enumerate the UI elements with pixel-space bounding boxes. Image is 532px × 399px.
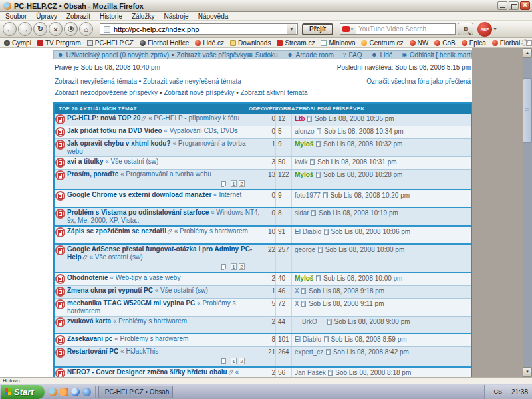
view-link[interactable]: Zobrazit aktivní témata — [240, 89, 307, 96]
vertical-scrollbar[interactable]: ▲ ▼ — [523, 48, 532, 377]
topic-link[interactable]: Restartování PC — [67, 348, 118, 355]
scroll-down-arrow[interactable]: ▼ — [523, 367, 532, 377]
goto-last-post-icon[interactable] — [301, 288, 306, 294]
goto-last-post-icon[interactable] — [301, 301, 306, 307]
last-poster-link[interactable]: El Diablo — [295, 228, 321, 235]
last-poster-link[interactable]: alonzo — [295, 128, 314, 135]
address-bar[interactable]: ▼ — [100, 23, 298, 35]
home-button[interactable]: ⌂ — [79, 22, 93, 36]
bookmark-item[interactable]: Florbal Hořice — [140, 39, 189, 47]
menu-soubor[interactable]: Soubor — [5, 13, 27, 20]
forum-link[interactable]: Vypalování CDs, DVDs — [170, 127, 238, 134]
last-poster-link[interactable]: Myloš — [295, 171, 313, 178]
page-number-link[interactable]: 2 — [239, 263, 245, 270]
restore-button[interactable] — [509, 1, 519, 10]
taskbar-task-button[interactable]: PC-HELP.CZ • Obsah ... — [98, 386, 173, 398]
last-poster-link[interactable]: El Diablo — [295, 336, 321, 343]
adblock-dropdown-arrow[interactable]: ▼ — [493, 27, 497, 31]
goto-last-post-icon[interactable] — [323, 192, 328, 198]
goto-last-post-icon[interactable] — [318, 247, 323, 253]
goto-last-post-icon[interactable] — [311, 210, 316, 216]
user-panel-link[interactable]: Uživatelský panel (0 nových zpráv) — [66, 51, 169, 59]
userbar-link[interactable]: ◉ Odhlásit [ benik.martin ] — [402, 51, 479, 59]
forum-link[interactable]: PC-HELP - připomínky k fóru — [154, 114, 239, 122]
topic-link[interactable]: PC-HELP: nová TOP 20 — [67, 114, 140, 122]
search-go-button[interactable] — [458, 23, 473, 35]
reload-button[interactable]: ↻ — [33, 22, 47, 36]
topic-link[interactable]: avi a titulky — [67, 158, 103, 165]
menu-úpravy[interactable]: Úpravy — [36, 13, 57, 20]
bookmark-item[interactable]: TV Program — [37, 39, 81, 47]
last-poster-link[interactable]: X — [295, 287, 299, 295]
forum-link[interactable]: Internet — [219, 191, 241, 198]
page-number-link[interactable]: 1 — [231, 180, 237, 187]
goggles-icon[interactable] — [60, 388, 68, 396]
last-poster-link[interactable]: Jan Pašek — [295, 369, 326, 376]
bookmark-item[interactable]: Downloads — [230, 39, 271, 47]
view-link[interactable]: Zobrazit vaše nevyřešená témata — [143, 78, 241, 85]
goto-last-post-icon[interactable] — [316, 275, 321, 281]
forum-link[interactable]: Vypalování CDs, DVDs — [67, 376, 136, 377]
adblock-icon[interactable]: ABP — [477, 22, 492, 37]
mark-forums-read-link[interactable]: Označit všechna fóra jako přečtená — [366, 78, 471, 85]
view-link[interactable]: Zobrazit nevyřešená témata — [55, 78, 137, 85]
topic-link[interactable]: Zasekavani pc — [67, 335, 112, 342]
forum-link[interactable]: Vše ostatní (sw) — [95, 253, 143, 261]
goto-last-post-icon[interactable] — [324, 336, 329, 342]
history-button[interactable] — [64, 22, 78, 36]
bookmark-item[interactable]: Lidé.cz — [195, 39, 224, 47]
topic-link[interactable]: Ohodnotenie — [67, 274, 108, 281]
start-button[interactable]: Start — [1, 385, 45, 399]
bookmark-item[interactable]: Gympl — [4, 39, 31, 47]
bookmark-item[interactable]: Stream.cz — [277, 39, 315, 47]
bookmark-item[interactable]: Mininova — [321, 39, 355, 47]
scrollbar-thumb[interactable] — [523, 78, 532, 143]
topic-link[interactable]: Jak opravit chybu v xhtml kodu? — [67, 140, 171, 147]
page-number-link[interactable]: 2 — [239, 358, 245, 364]
firefox-icon[interactable] — [49, 388, 57, 396]
bookmark-item[interactable]: PC-HELP.CZ — [87, 39, 134, 47]
view-link[interactable]: Zobrazit nezodpovězené příspěvky — [55, 89, 158, 96]
goto-last-post-icon[interactable] — [316, 172, 321, 178]
userbar-link[interactable]: ▦ Sudoku — [247, 51, 277, 59]
language-indicator[interactable]: CS — [491, 388, 504, 395]
forum-link[interactable]: Problémy s hardwarem — [118, 317, 187, 325]
goto-last-post-icon[interactable] — [327, 319, 332, 325]
menu-nápověda[interactable]: Nápověda — [198, 13, 229, 20]
last-poster-link[interactable]: george — [295, 246, 315, 253]
forum-link[interactable]: Programování a tvorba webu — [126, 170, 211, 178]
menu-nástroje[interactable]: Nástroje — [164, 13, 188, 20]
url-dropdown-button[interactable]: ▼ — [287, 24, 296, 34]
menu-historie[interactable]: Historie — [100, 13, 122, 20]
last-poster-link[interactable]: Myloš — [295, 275, 313, 282]
page-number-link[interactable]: 1 — [231, 358, 237, 364]
forum-link[interactable]: HiJackThis — [126, 348, 158, 355]
menu-zobrazit[interactable]: Zobrazit — [66, 13, 90, 20]
goto-last-post-icon[interactable] — [324, 229, 329, 235]
forum-link[interactable]: Vše ostatní (sw) — [160, 287, 208, 294]
userbar-link[interactable]: ☻ Arcade room — [287, 51, 334, 59]
topic-link[interactable]: NERO7 - Cover Designer změna šířky hřdet… — [67, 368, 227, 376]
forum-link[interactable]: Problémy s hardwarem — [120, 335, 189, 342]
last-poster-link[interactable]: foto1977 — [295, 192, 321, 199]
forward-button[interactable]: → — [18, 22, 32, 36]
last-poster-link[interactable]: sidar — [295, 209, 309, 217]
goto-last-post-icon[interactable] — [317, 128, 321, 134]
ie-icon[interactable] — [82, 388, 91, 396]
view-link[interactable]: Zobrazit nové příspěvky — [164, 89, 234, 96]
minimize-button[interactable] — [497, 1, 507, 10]
topic-link[interactable]: Prosím, poraďte — [67, 170, 118, 178]
title-bar[interactable]: PC-HELP.CZ • Obsah - Mozilla Firefox — [0, 0, 532, 12]
userbar-link[interactable]: ? FAQ — [342, 51, 362, 59]
wmp-icon[interactable] — [71, 388, 80, 396]
bookmark-item[interactable]: NW — [410, 39, 429, 47]
last-poster-link[interactable]: kwik — [295, 158, 307, 166]
forum-link[interactable]: Vše ostatní (sw) — [111, 158, 159, 165]
forum-link[interactable]: Web-tipy a vaše weby — [116, 274, 181, 281]
last-poster-link[interactable]: Ltb — [295, 115, 305, 122]
bookmark-item[interactable]: Epica — [462, 39, 486, 47]
your-posts-link[interactable]: Zobrazit vaše příspěvky — [177, 51, 247, 59]
goto-last-post-icon[interactable] — [310, 159, 315, 165]
bookmark-item[interactable]: Florbal — [492, 39, 521, 47]
topic-link[interactable]: Problém s Vistama po odinstalování starf… — [67, 209, 209, 216]
